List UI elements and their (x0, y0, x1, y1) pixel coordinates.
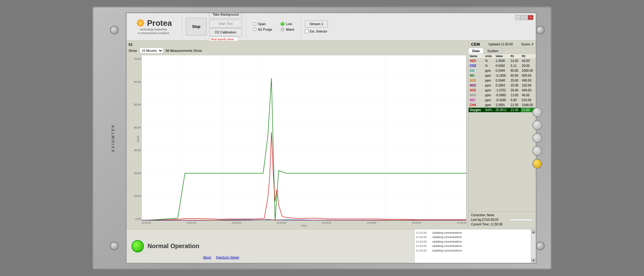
last-bg-label: Last bg 27/10-09:20 (471, 218, 498, 221)
last-bg-box (509, 219, 533, 221)
scroll-down-arrow[interactable]: ▼ (532, 259, 535, 262)
spectrum-viewer-link[interactable]: Spectrum Viewer (216, 256, 239, 259)
screw-br (536, 242, 545, 250)
row-units: ppm (484, 93, 494, 98)
ext-selector-item[interactable]: Ext. Selector (305, 29, 328, 33)
header-divider-2 (246, 16, 246, 37)
svg-line-7 (143, 25, 144, 26)
row-value: 20.9011 (494, 108, 509, 113)
chart-area (141, 55, 466, 221)
chart-controls: Show 15 Minutes All Measurements Show (128, 48, 466, 54)
side-button-yellow[interactable] (532, 159, 542, 169)
chart-section: S1 Show 15 Minutes All Measurements Show… (127, 41, 468, 229)
screw-bl (110, 242, 119, 250)
status-left: Normal Operation About Spectrum Viewer (127, 229, 414, 263)
row-name: HCl (469, 98, 484, 103)
row-value: -0.4280 (494, 98, 509, 103)
window-controls: ─ □ ✕ (516, 14, 533, 20)
row-units: Vol% (484, 108, 494, 113)
row-units: % (484, 63, 494, 68)
row-units: ppm (484, 98, 494, 103)
cem-table: Name Units Value R1 R2 H2O%1.343031.5040… (469, 54, 536, 211)
header-divider-3 (301, 16, 301, 37)
cem-tabs: Data System (469, 48, 536, 54)
row-units: % (484, 59, 494, 63)
side-buttons (532, 107, 542, 169)
logo-text: Protea (147, 18, 172, 28)
close-button[interactable]: ✕ (528, 15, 533, 20)
row-units: ppm (484, 103, 494, 108)
radio-group: Span N2 Purge (253, 22, 272, 31)
screw-tl (110, 26, 119, 34)
row-value: -1.0752 (494, 88, 509, 93)
ext-selector-checkbox[interactable] (305, 29, 309, 33)
row-r1: 25.00 (509, 83, 521, 88)
side-button-2[interactable] (532, 120, 542, 130)
table-row: NOppm-0.165660.00600.00 (469, 73, 536, 78)
tab-system[interactable]: System (484, 48, 503, 54)
start-test-button[interactable]: Start Test (209, 20, 242, 28)
row-value: 0.2648 (494, 78, 509, 83)
row-name: NH3 (469, 93, 484, 98)
row-value: 0.1854 (494, 83, 509, 88)
live-item[interactable]: Live (281, 22, 294, 26)
row-r2: 102.00 (521, 83, 536, 88)
row-r1: 21.00 (509, 108, 521, 113)
svg-line-6 (137, 20, 138, 21)
log-time: 11:55:00 (416, 248, 430, 253)
log-row: 11:52:00Updating concentrations (416, 235, 530, 239)
stop-button[interactable]: Stop (186, 18, 207, 36)
maint-item[interactable]: Maint (281, 28, 294, 31)
cem-panel: CEM Updated 11:55:00 Scans: 4 Data Syste… (468, 41, 536, 229)
row-r2: 20.00 (521, 63, 536, 68)
about-link[interactable]: About (203, 256, 211, 259)
log-message: Updating concentrations (432, 240, 462, 244)
take-background-button[interactable]: Take Background (209, 12, 242, 18)
log-message: Updating concentrations (432, 248, 462, 253)
table-row: HClppm-0.42809.00615.00 (469, 98, 536, 103)
row-units: ppm (484, 78, 494, 83)
row-name: CO2 (469, 63, 484, 68)
row-r2: 40.00 (521, 59, 536, 63)
row-r1: 60.00 (509, 68, 521, 73)
correction-label: Correction: None (471, 213, 494, 217)
minimize-button[interactable]: ─ (516, 15, 521, 20)
row-r1: 21.00 (509, 103, 521, 108)
y-axis-label: Value (136, 136, 140, 143)
row-r2: 2000.00 (521, 68, 536, 73)
log-message: Updating concentrations (432, 244, 462, 248)
cem-updated: Updated 11:55:00 (489, 43, 513, 46)
scroll-up-arrow[interactable]: ▲ (532, 230, 535, 234)
row-name: H2O (469, 59, 484, 63)
side-button-3[interactable] (532, 133, 542, 143)
row-name: Oxygen (469, 108, 484, 113)
log-message: Updating concentrations (432, 231, 462, 235)
main-content: S1 Show 15 Minutes All Measurements Show… (127, 41, 536, 229)
header-button-group: Take Background Start Test O2 Calibratio… (209, 12, 242, 43)
n2-purge-radio[interactable]: N2 Purge (253, 28, 272, 31)
log-time: 11:53:00 (416, 240, 430, 244)
maximize-button[interactable]: □ (522, 15, 527, 20)
stream-group: Stream 1 Ext. Selector (305, 20, 328, 33)
show-select[interactable]: 15 Minutes (140, 48, 163, 54)
span-radio[interactable]: Span (253, 22, 272, 26)
status-text: Normal Operation (148, 243, 199, 250)
screen: Protea technology leadership in measurem… (126, 12, 537, 264)
x-axis-labels: 13:00:00 13:10:00 13:20:00 13:30:00 13:4… (141, 221, 466, 224)
stream-button[interactable]: Stream 1 (305, 20, 328, 28)
log-time: 11:51:00 (416, 231, 430, 235)
svg-point-1 (139, 21, 142, 25)
row-name: NO2 (469, 78, 484, 83)
cem-scans: Scans: 4 (521, 43, 533, 46)
row-value: -0.0965 (494, 93, 509, 98)
row-r1: 26.00 (509, 88, 521, 93)
side-button-4[interactable] (532, 146, 542, 156)
o2-calibration-button[interactable]: O2 Calibration (209, 28, 242, 36)
row-value: 0.3494 (494, 68, 509, 73)
side-button-1[interactable] (532, 107, 542, 117)
row-units: ppm (484, 88, 494, 93)
logo-subtitle: technology leadership in measurement sol… (138, 28, 170, 35)
cem-title: CEM (471, 42, 480, 47)
tab-data[interactable]: Data (469, 48, 484, 54)
row-r1: 5.11 (509, 63, 521, 68)
